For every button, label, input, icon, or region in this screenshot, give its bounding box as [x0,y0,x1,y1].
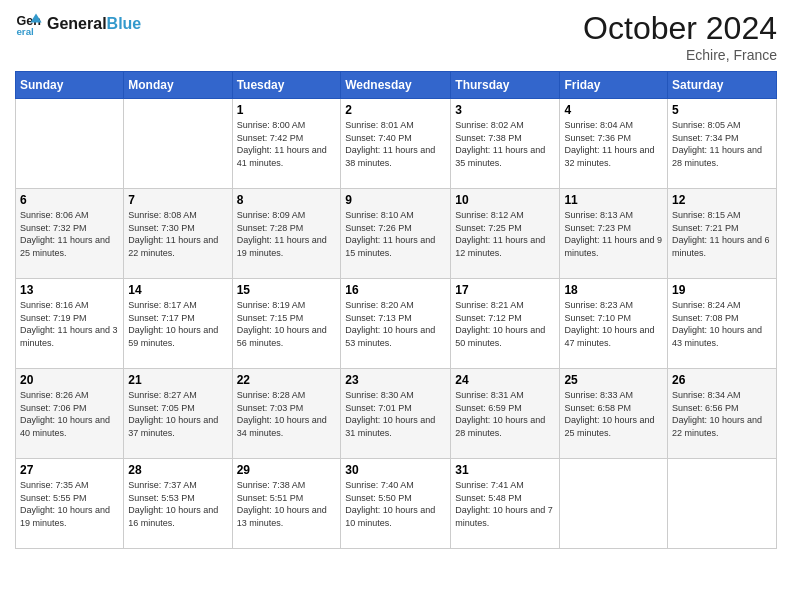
calendar-cell: 25Sunrise: 8:33 AMSunset: 6:58 PMDayligh… [560,369,668,459]
col-header-thursday: Thursday [451,72,560,99]
calendar-cell: 13Sunrise: 8:16 AMSunset: 7:19 PMDayligh… [16,279,124,369]
col-header-wednesday: Wednesday [341,72,451,99]
day-number: 13 [20,283,119,297]
calendar-cell: 1Sunrise: 8:00 AMSunset: 7:42 PMDaylight… [232,99,341,189]
day-number: 1 [237,103,337,117]
day-info: Sunrise: 8:01 AMSunset: 7:40 PMDaylight:… [345,119,446,169]
location: Echire, France [583,47,777,63]
calendar-cell: 26Sunrise: 8:34 AMSunset: 6:56 PMDayligh… [668,369,777,459]
day-number: 4 [564,103,663,117]
calendar-cell: 15Sunrise: 8:19 AMSunset: 7:15 PMDayligh… [232,279,341,369]
day-info: Sunrise: 8:27 AMSunset: 7:05 PMDaylight:… [128,389,227,439]
calendar-cell: 24Sunrise: 8:31 AMSunset: 6:59 PMDayligh… [451,369,560,459]
month-title: October 2024 [583,10,777,47]
logo-icon: Gen eral [15,10,43,38]
calendar-table: SundayMondayTuesdayWednesdayThursdayFrid… [15,71,777,549]
calendar-cell: 4Sunrise: 8:04 AMSunset: 7:36 PMDaylight… [560,99,668,189]
calendar-cell: 21Sunrise: 8:27 AMSunset: 7:05 PMDayligh… [124,369,232,459]
calendar-cell: 27Sunrise: 7:35 AMSunset: 5:55 PMDayligh… [16,459,124,549]
logo-blue: Blue [107,15,142,32]
day-info: Sunrise: 7:41 AMSunset: 5:48 PMDaylight:… [455,479,555,529]
calendar-cell: 9Sunrise: 8:10 AMSunset: 7:26 PMDaylight… [341,189,451,279]
day-number: 15 [237,283,337,297]
day-info: Sunrise: 8:00 AMSunset: 7:42 PMDaylight:… [237,119,337,169]
day-number: 5 [672,103,772,117]
day-number: 17 [455,283,555,297]
day-number: 31 [455,463,555,477]
calendar-week-2: 6Sunrise: 8:06 AMSunset: 7:32 PMDaylight… [16,189,777,279]
col-header-sunday: Sunday [16,72,124,99]
calendar-cell: 18Sunrise: 8:23 AMSunset: 7:10 PMDayligh… [560,279,668,369]
day-number: 2 [345,103,446,117]
day-number: 22 [237,373,337,387]
day-info: Sunrise: 8:05 AMSunset: 7:34 PMDaylight:… [672,119,772,169]
day-info: Sunrise: 8:21 AMSunset: 7:12 PMDaylight:… [455,299,555,349]
day-info: Sunrise: 8:17 AMSunset: 7:17 PMDaylight:… [128,299,227,349]
day-info: Sunrise: 8:15 AMSunset: 7:21 PMDaylight:… [672,209,772,259]
day-number: 28 [128,463,227,477]
day-number: 7 [128,193,227,207]
calendar-cell: 31Sunrise: 7:41 AMSunset: 5:48 PMDayligh… [451,459,560,549]
calendar-week-3: 13Sunrise: 8:16 AMSunset: 7:19 PMDayligh… [16,279,777,369]
day-info: Sunrise: 8:10 AMSunset: 7:26 PMDaylight:… [345,209,446,259]
calendar-cell [16,99,124,189]
calendar-cell: 11Sunrise: 8:13 AMSunset: 7:23 PMDayligh… [560,189,668,279]
calendar-cell: 20Sunrise: 8:26 AMSunset: 7:06 PMDayligh… [16,369,124,459]
col-header-tuesday: Tuesday [232,72,341,99]
day-info: Sunrise: 8:09 AMSunset: 7:28 PMDaylight:… [237,209,337,259]
calendar-cell: 3Sunrise: 8:02 AMSunset: 7:38 PMDaylight… [451,99,560,189]
calendar-cell: 12Sunrise: 8:15 AMSunset: 7:21 PMDayligh… [668,189,777,279]
day-info: Sunrise: 8:12 AMSunset: 7:25 PMDaylight:… [455,209,555,259]
day-number: 27 [20,463,119,477]
day-info: Sunrise: 8:19 AMSunset: 7:15 PMDaylight:… [237,299,337,349]
calendar-cell: 22Sunrise: 8:28 AMSunset: 7:03 PMDayligh… [232,369,341,459]
day-info: Sunrise: 8:24 AMSunset: 7:08 PMDaylight:… [672,299,772,349]
calendar-cell: 5Sunrise: 8:05 AMSunset: 7:34 PMDaylight… [668,99,777,189]
day-info: Sunrise: 8:20 AMSunset: 7:13 PMDaylight:… [345,299,446,349]
day-info: Sunrise: 8:28 AMSunset: 7:03 PMDaylight:… [237,389,337,439]
calendar-cell: 7Sunrise: 8:08 AMSunset: 7:30 PMDaylight… [124,189,232,279]
calendar-week-5: 27Sunrise: 7:35 AMSunset: 5:55 PMDayligh… [16,459,777,549]
calendar-week-4: 20Sunrise: 8:26 AMSunset: 7:06 PMDayligh… [16,369,777,459]
day-number: 6 [20,193,119,207]
day-info: Sunrise: 7:40 AMSunset: 5:50 PMDaylight:… [345,479,446,529]
calendar-cell [124,99,232,189]
day-number: 23 [345,373,446,387]
day-info: Sunrise: 8:33 AMSunset: 6:58 PMDaylight:… [564,389,663,439]
day-number: 20 [20,373,119,387]
day-info: Sunrise: 8:34 AMSunset: 6:56 PMDaylight:… [672,389,772,439]
calendar-cell: 10Sunrise: 8:12 AMSunset: 7:25 PMDayligh… [451,189,560,279]
day-number: 10 [455,193,555,207]
day-number: 21 [128,373,227,387]
day-number: 16 [345,283,446,297]
calendar-cell [560,459,668,549]
col-header-friday: Friday [560,72,668,99]
day-number: 12 [672,193,772,207]
day-number: 18 [564,283,663,297]
day-number: 9 [345,193,446,207]
calendar-cell: 23Sunrise: 8:30 AMSunset: 7:01 PMDayligh… [341,369,451,459]
calendar-cell: 30Sunrise: 7:40 AMSunset: 5:50 PMDayligh… [341,459,451,549]
day-number: 30 [345,463,446,477]
calendar-cell: 2Sunrise: 8:01 AMSunset: 7:40 PMDaylight… [341,99,451,189]
day-number: 25 [564,373,663,387]
day-info: Sunrise: 8:04 AMSunset: 7:36 PMDaylight:… [564,119,663,169]
logo-general: General [47,15,107,32]
day-number: 24 [455,373,555,387]
day-number: 19 [672,283,772,297]
logo: Gen eral GeneralBlue [15,10,141,38]
calendar-header-row: SundayMondayTuesdayWednesdayThursdayFrid… [16,72,777,99]
calendar-cell: 8Sunrise: 8:09 AMSunset: 7:28 PMDaylight… [232,189,341,279]
calendar-cell: 28Sunrise: 7:37 AMSunset: 5:53 PMDayligh… [124,459,232,549]
day-info: Sunrise: 8:26 AMSunset: 7:06 PMDaylight:… [20,389,119,439]
day-info: Sunrise: 8:06 AMSunset: 7:32 PMDaylight:… [20,209,119,259]
day-info: Sunrise: 8:08 AMSunset: 7:30 PMDaylight:… [128,209,227,259]
col-header-saturday: Saturday [668,72,777,99]
day-info: Sunrise: 7:38 AMSunset: 5:51 PMDaylight:… [237,479,337,529]
calendar-cell [668,459,777,549]
day-info: Sunrise: 7:37 AMSunset: 5:53 PMDaylight:… [128,479,227,529]
calendar-cell: 29Sunrise: 7:38 AMSunset: 5:51 PMDayligh… [232,459,341,549]
day-info: Sunrise: 8:02 AMSunset: 7:38 PMDaylight:… [455,119,555,169]
calendar-week-1: 1Sunrise: 8:00 AMSunset: 7:42 PMDaylight… [16,99,777,189]
title-block: October 2024 Echire, France [583,10,777,63]
